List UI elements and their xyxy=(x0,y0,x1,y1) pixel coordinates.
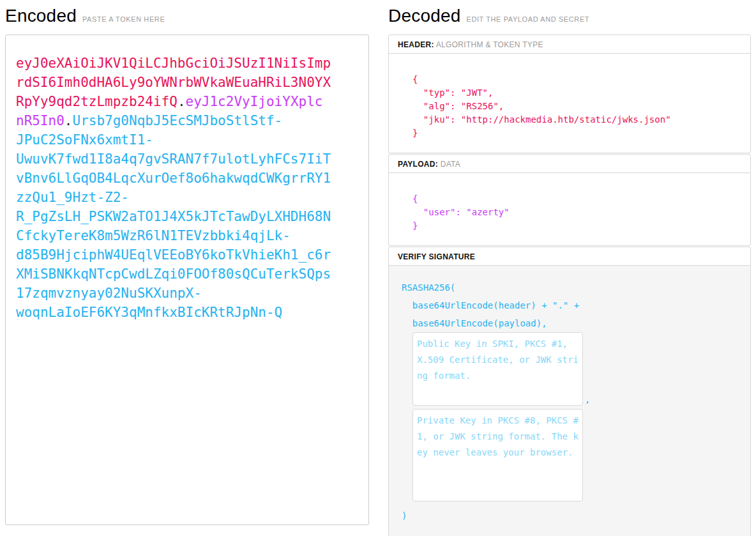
encoded-column: Encoded PASTE A TOKEN HERE eyJ0eXAiOiJKV… xyxy=(5,5,369,536)
verify-signature-label: VERIFY SIGNATURE xyxy=(398,252,475,261)
token-separator-dot: . xyxy=(178,94,186,109)
decoded-column: Decoded EDIT THE PAYLOAD AND SECRET HEAD… xyxy=(388,5,751,536)
header-section: HEADER: ALGORITHM & TOKEN TYPE { "typ": … xyxy=(388,34,751,153)
token-signature-segment: Ursb7g0NqbJ5EcSMJboStlStf-JPuC2SoFNx6xmt… xyxy=(16,113,331,320)
header-json-editor[interactable]: { "typ": "JWT", "alg": "RS256", "jku": "… xyxy=(389,54,750,153)
decoded-subtitle: EDIT THE PAYLOAD AND SECRET xyxy=(466,15,589,23)
token-separator-dot: . xyxy=(64,113,73,128)
signature-comma: , xyxy=(585,393,590,406)
signature-algorithm-text: RSASHA256( base64UrlEncode(header) + "."… xyxy=(402,279,737,332)
payload-section-label-row: PAYLOAD: DATA xyxy=(389,155,750,173)
payload-section-label: PAYLOAD: xyxy=(398,160,438,169)
payload-section: PAYLOAD: DATA { "user": "azerty" } xyxy=(388,154,751,246)
public-key-row: , xyxy=(402,332,737,406)
header-section-label: HEADER: xyxy=(398,40,434,49)
verify-signature-section: VERIFY SIGNATURE RSASHA256( base64UrlEnc… xyxy=(388,247,751,536)
payload-section-sublabel: DATA xyxy=(441,160,460,169)
encoded-title: Encoded xyxy=(5,5,77,27)
decoded-header-row: Decoded EDIT THE PAYLOAD AND SECRET xyxy=(388,5,751,34)
verify-signature-content: RSASHA256( base64UrlEncode(header) + "."… xyxy=(389,266,750,536)
private-key-textarea[interactable] xyxy=(412,409,583,502)
signature-closing-paren: ) xyxy=(402,507,737,525)
jwt-token-text: eyJ0eXAiOiJKV1QiLCJhbGciOiJSUzI1NiIsImpr… xyxy=(16,54,331,322)
encoded-token-editor[interactable]: eyJ0eXAiOiJKV1QiLCJhbGciOiJSUzI1NiIsImpr… xyxy=(5,34,369,525)
verify-signature-label-row: VERIFY SIGNATURE xyxy=(389,247,750,266)
payload-json-editor[interactable]: { "user": "azerty" } xyxy=(389,173,750,245)
header-section-sublabel: ALGORITHM & TOKEN TYPE xyxy=(436,40,543,49)
public-key-textarea[interactable] xyxy=(412,332,583,406)
header-section-label-row: HEADER: ALGORITHM & TOKEN TYPE xyxy=(389,35,750,54)
encoded-header-row: Encoded PASTE A TOKEN HERE xyxy=(5,5,369,34)
jwt-debugger: Encoded PASTE A TOKEN HERE eyJ0eXAiOiJKV… xyxy=(0,0,756,536)
decoded-title: Decoded xyxy=(388,5,460,27)
encoded-subtitle: PASTE A TOKEN HERE xyxy=(82,15,165,23)
